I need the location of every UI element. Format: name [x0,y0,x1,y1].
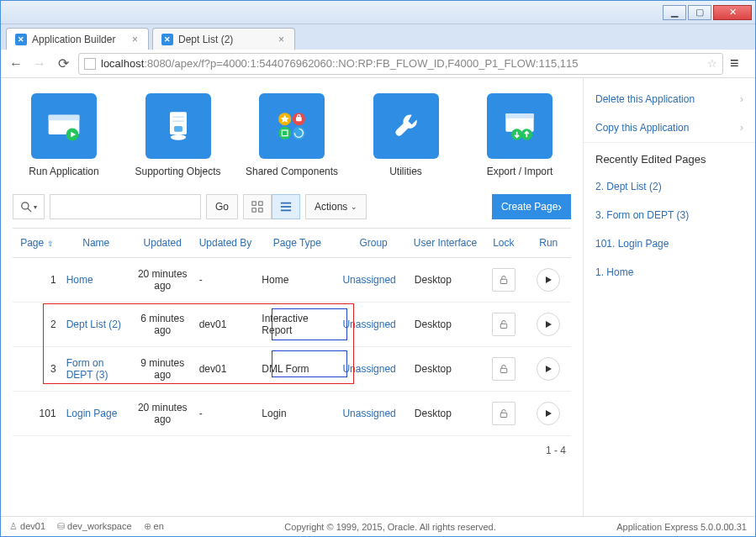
tile-label: Export / Import [473,166,566,177]
side-panel: Delete this Application› Copy this Appli… [583,78,755,516]
svg-rect-7 [174,126,182,132]
side-recent-header: Recently Edited Pages [584,142,755,172]
col-lock[interactable]: Lock [481,229,526,258]
url-input[interactable]: localhost:8080/apex/f?p=4000:1:544076962… [78,53,723,75]
footer-copyright: Copyright © 1999, 2015, Oracle. All righ… [284,522,495,532]
side-recent-item[interactable]: 101. Login Page [584,229,755,258]
side-recent-item[interactable]: 2. Dept List (2) [584,172,755,201]
view-toggle [243,194,300,219]
bookmark-star-icon[interactable]: ☆ [707,57,717,70]
run-page-button[interactable] [537,357,560,381]
tile-export-import[interactable]: Export / Import [473,93,566,177]
cell-page: 101 [13,392,61,436]
nav-back-button[interactable]: ← [8,55,24,72]
nav-reload-button[interactable]: ⟳ [55,55,71,72]
run-app-icon [43,105,85,147]
actions-menu-button[interactable]: Actions ⌄ [305,194,367,219]
lock-button[interactable] [492,268,515,292]
footer-version: Application Express 5.0.0.00.31 [616,522,747,532]
cell-group-link[interactable]: Unassigned [337,392,409,436]
cell-ui: Desktop [410,392,481,436]
cell-group-link[interactable]: Unassigned [337,258,409,303]
lock-button[interactable] [492,402,515,425]
col-run[interactable]: Run [526,229,571,258]
cell-name-link[interactable]: Login Page [61,392,131,436]
side-copy-app[interactable]: Copy this Application› [584,113,755,142]
cell-name-link[interactable]: Dept List (2) [61,303,131,347]
browser-tab-active[interactable]: ✕ Application Builder × [6,28,149,50]
table-header-row: Page ⇧ Name Updated Updated By Page Type… [13,229,571,258]
col-name[interactable]: Name [61,229,131,258]
svg-marker-36 [546,410,552,417]
svg-rect-22 [252,202,256,205]
col-group[interactable]: Group [337,229,409,258]
cell-updated-by: - [194,258,257,303]
side-recent-item[interactable]: 1. Home [584,258,755,287]
svg-point-13 [278,127,291,140]
svg-rect-5 [172,116,183,118]
cell-updated: 20 minutes ago [131,258,194,303]
tile-label: Supporting Objects [132,166,225,177]
view-report-button[interactable] [272,194,300,219]
run-page-button[interactable] [537,402,560,425]
cell-name-link[interactable]: Form on DEPT (3) [61,347,131,392]
browser-tab-inactive[interactable]: ✕ Dept List (2) × [152,28,295,50]
run-page-button[interactable] [537,268,560,292]
search-icon [21,202,32,213]
tile-run-application[interactable]: Run Application [18,93,110,177]
tab-close-icon[interactable]: × [130,34,140,45]
cell-page: 1 [13,258,61,303]
window-minimize-button[interactable]: ▁ [663,5,686,20]
tab-title: Application Builder [32,34,115,45]
go-button[interactable]: Go [206,194,238,219]
col-updated[interactable]: Updated [131,229,194,258]
footer-bar: ♙ dev01 ⛁ dev_workspace ⊕ en Copyright ©… [1,516,755,536]
svg-rect-1 [49,115,80,121]
cell-page-type: Login [256,392,337,436]
svg-rect-25 [259,208,262,212]
create-page-button[interactable]: Create Page [492,194,571,219]
table-row: 1Home20 minutes ago-HomeUnassignedDeskto… [13,258,571,303]
svg-rect-29 [500,279,507,283]
browser-tab-bar: ✕ Application Builder × ✕ Dept List (2) … [1,24,755,50]
tile-shared-components[interactable]: Shared Components [246,93,338,177]
cell-updated: 20 minutes ago [131,392,194,436]
unlock-icon [499,275,509,285]
lock-button[interactable] [492,357,515,381]
footer-workspace: ⛁ dev_workspace [57,521,132,532]
svg-marker-34 [546,366,552,372]
view-icons-button[interactable] [243,194,272,219]
chevron-down-icon: ▾ [34,203,37,211]
side-delete-app[interactable]: Delete this Application› [584,85,755,113]
play-icon [544,409,552,418]
svg-rect-33 [500,368,507,372]
search-input[interactable] [50,194,201,219]
utilities-icon [385,105,427,147]
col-user-interface[interactable]: User Interface [410,229,481,258]
nav-forward-button[interactable]: → [31,55,48,72]
workspace-icon: ⛁ [57,521,65,531]
svg-line-21 [28,208,31,212]
tab-close-icon[interactable]: × [277,34,286,45]
col-updated-by[interactable]: Updated By [194,229,257,258]
action-tiles: Run Application Supporting Objects [13,93,571,189]
tile-supporting-objects[interactable]: Supporting Objects [132,93,225,177]
cell-ui: Desktop [410,303,481,347]
pages-table-wrapper: Page ⇧ Name Updated Updated By Page Type… [13,228,571,436]
run-page-button[interactable] [537,313,560,336]
col-page[interactable]: Page ⇧ [13,229,61,258]
cell-group-link[interactable]: Unassigned [337,347,409,392]
side-recent-item[interactable]: 3. Form on DEPT (3) [584,201,755,229]
unlock-icon [499,364,509,374]
lock-button[interactable] [492,313,515,336]
cell-group-link[interactable]: Unassigned [337,303,409,347]
pages-table: Page ⇧ Name Updated Updated By Page Type… [13,228,571,436]
search-dropdown-button[interactable]: ▾ [13,194,45,219]
window-maximize-button[interactable]: ▢ [688,5,711,20]
cell-name-link[interactable]: Home [61,258,131,303]
browser-menu-button[interactable]: ≡ [730,55,748,72]
col-page-type[interactable]: Page Type [256,229,337,258]
window-close-button[interactable]: ✕ [713,5,752,20]
cell-lock [481,303,526,347]
tile-utilities[interactable]: Utilities [360,93,452,177]
